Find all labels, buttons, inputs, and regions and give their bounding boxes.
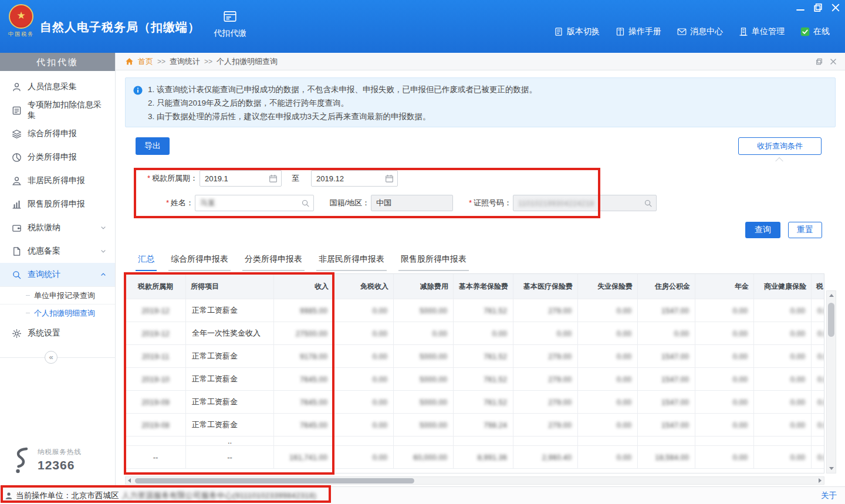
nationality-label: 国籍/地区： xyxy=(316,195,370,211)
required-mark: * xyxy=(166,198,169,207)
table-row: 2019-12正常工资薪金9985.000.005000.00761.52279… xyxy=(126,299,824,322)
sidebar-item-personnel-info[interactable]: 人员信息采集 xyxy=(0,75,115,99)
tab-comprehensive[interactable]: 综合所得申报表 xyxy=(168,249,231,271)
table-cell: 279.00 xyxy=(513,299,578,322)
statusbar: 当前操作单位：北京市西城区 人力资源服务有限公司服务中心(91110102339… xyxy=(0,486,845,504)
period-from-input[interactable]: 2019.1 xyxy=(200,170,282,187)
search-icon[interactable] xyxy=(644,199,653,208)
panel-close-icon[interactable] xyxy=(830,58,837,65)
table-cell: 5000.00 xyxy=(394,368,454,390)
tab-nonresident[interactable]: 非居民所得申报表 xyxy=(316,249,387,271)
name-label: *姓名： xyxy=(126,195,194,211)
sidebar-collapse-button[interactable]: « xyxy=(45,351,58,364)
collapse-query-button[interactable]: 收折查询条件 xyxy=(738,137,822,155)
sidebar-subitem-personal-withholding-query[interactable]: 个人扣缴明细查询 xyxy=(0,304,115,322)
search-icon[interactable] xyxy=(301,199,310,208)
nationality-label-text: 国籍/地区： xyxy=(329,198,370,207)
query-button[interactable]: 查询 xyxy=(745,222,780,238)
about-link[interactable]: 关于 xyxy=(821,491,837,501)
sidebar-item-classified-income[interactable]: 分类所得申报 xyxy=(0,146,115,169)
scroll-left-arrow[interactable] xyxy=(126,477,133,484)
table-cell: 27500.00 xyxy=(274,322,334,344)
table-cell: 正常工资薪金 xyxy=(186,414,274,436)
table-cell: 0.00 xyxy=(334,345,394,367)
file-icon xyxy=(12,246,22,256)
breadcrumb-home[interactable]: 首页 xyxy=(138,56,153,67)
table-cell: 0.00 xyxy=(578,299,638,322)
table-cell: 5000.00 xyxy=(394,345,454,367)
table-cell: 正常工资薪金 xyxy=(186,299,274,322)
sidebar-collapse-row: « xyxy=(0,351,116,365)
period-to-value: 2019.12 xyxy=(316,174,344,183)
breadcrumb-level2[interactable]: 查询统计 xyxy=(170,56,200,67)
tab-restricted[interactable]: 限售股所得申报表 xyxy=(398,249,469,271)
sidebar-subitem-unit-declare-query[interactable]: 单位申报记录查询 xyxy=(0,286,115,304)
restore-button[interactable] xyxy=(813,3,823,12)
close-button[interactable] xyxy=(831,3,840,12)
table-row: .. xyxy=(126,437,824,446)
module-tab-withholding[interactable]: 代扣代缴 xyxy=(205,9,255,39)
titlebar-nav-message-center[interactable]: 消息中心 xyxy=(677,26,723,37)
table-cell: 0.00 xyxy=(334,414,394,436)
id-number-label: *证照号码： xyxy=(444,195,512,211)
horizontal-scrollbar[interactable] xyxy=(125,476,824,485)
period-to-input[interactable]: 2019.12 xyxy=(311,170,398,187)
vertical-scroll-thumb[interactable] xyxy=(828,303,834,337)
horizontal-scroll-thumb[interactable] xyxy=(135,478,414,483)
scroll-up-arrow[interactable] xyxy=(827,291,836,300)
table-cell: 761.52 xyxy=(454,299,513,322)
sidebar-item-system-settings[interactable]: 系统设置 xyxy=(0,322,115,345)
period-label-text: 税款所属期： xyxy=(152,174,198,182)
sidebar-item-comprehensive-income[interactable]: 综合所得申报 xyxy=(0,122,115,146)
table-cell: 0.00 xyxy=(334,391,394,413)
sidebar-item-query-statistics[interactable]: 查询统计 xyxy=(0,263,115,286)
column-header: 所得项目 xyxy=(186,274,274,299)
nationality-input[interactable]: 中国 xyxy=(371,195,453,211)
vertical-scrollbar[interactable] xyxy=(826,290,836,473)
tab-classified[interactable]: 分类所得申报表 xyxy=(242,249,305,271)
titlebar-nav-unit-management[interactable]: 单位管理 xyxy=(739,26,785,37)
calendar-icon[interactable] xyxy=(269,174,278,183)
building-icon xyxy=(739,27,748,36)
sidebar-item-nonresident-income[interactable]: 非居民所得申报 xyxy=(0,169,115,192)
person2-icon xyxy=(12,176,22,186)
table-cell: 9985.00 xyxy=(274,299,334,322)
scroll-right-arrow[interactable] xyxy=(816,477,824,484)
export-button[interactable]: 导出 xyxy=(136,137,170,155)
table-row: 2019-10正常工资薪金7645.000.005000.00761.52279… xyxy=(126,368,824,391)
notice-line: 1. 该查询统计表仅能查询已申报成功的数据，不包含未申报、申报失败，已申报但已作… xyxy=(148,83,827,96)
table-cell: 0.00 xyxy=(578,391,638,413)
name-label-text: 姓名： xyxy=(171,198,194,207)
sidebar-item-label: 查询统计 xyxy=(28,269,60,280)
table-cell: 0.00 xyxy=(812,322,824,344)
table-cell xyxy=(578,437,638,445)
chevron-down-icon xyxy=(100,248,107,255)
sidebar-item-restricted-shares[interactable]: 限售股所得申报 xyxy=(0,192,115,216)
sidebar-item-tax-payment[interactable]: 税款缴纳 xyxy=(0,216,115,239)
titlebar-nav-version-switch[interactable]: 版本切换 xyxy=(554,26,600,37)
panel-restore-icon[interactable] xyxy=(816,58,823,65)
reset-button[interactable]: 重置 xyxy=(788,222,822,238)
titlebar-nav-online-status[interactable]: 在线 xyxy=(800,26,830,37)
minimize-button[interactable] xyxy=(796,3,805,12)
table-cell: -- xyxy=(126,446,186,468)
titlebar-nav-manual[interactable]: 操作手册 xyxy=(616,26,661,37)
sidebar-item-special-deduction[interactable]: 专项附加扣除信息采集 xyxy=(0,99,115,122)
table-cell: 5000.00 xyxy=(394,391,454,413)
table-cell: 2019-09 xyxy=(126,391,186,413)
table-cell xyxy=(638,437,695,445)
tab-summary[interactable]: 汇总 xyxy=(136,249,157,271)
home-icon[interactable] xyxy=(125,57,134,66)
sidebar-item-preferential-record[interactable]: 优惠备案 xyxy=(0,239,115,263)
titlebar-nav-label: 在线 xyxy=(813,26,830,37)
name-input[interactable]: 马某 xyxy=(195,195,314,211)
table-cell: 0.00 xyxy=(578,345,638,367)
column-header: 失业保险费 xyxy=(578,274,638,299)
id-number-input[interactable]: 110102199304224218 xyxy=(513,195,657,211)
column-header: 商业健康保险 xyxy=(754,274,812,299)
calendar-icon[interactable] xyxy=(385,174,394,183)
sidebar-item-label: 限售股所得申报 xyxy=(28,199,85,209)
table-cell: 2,960.40 xyxy=(513,446,578,468)
app-title: 自然人电子税务局（扣缴端） xyxy=(40,19,200,35)
scroll-down-arrow[interactable] xyxy=(827,464,836,473)
